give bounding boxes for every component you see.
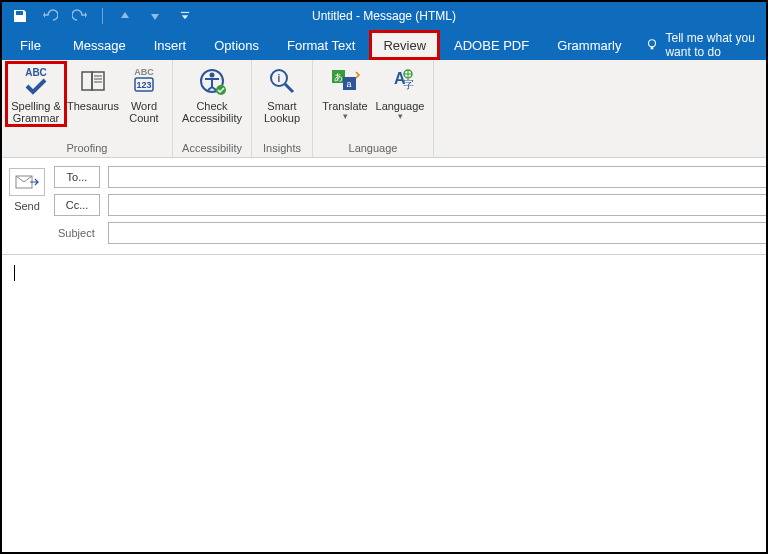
svg-point-1 [649,40,656,47]
svg-rect-2 [651,47,654,50]
svg-text:字: 字 [403,78,414,90]
subject-label: Subject [54,227,100,239]
previous-item-icon[interactable] [117,8,133,24]
spelling-grammar-label: Spelling & Grammar [11,100,61,124]
next-item-icon[interactable] [147,8,163,24]
redo-icon[interactable] [72,8,88,24]
quick-access-toolbar [2,8,193,24]
check-accessibility-button[interactable]: Check Accessibility [179,64,245,124]
translate-icon: あ a [328,64,362,98]
svg-rect-4 [82,72,92,90]
spelling-grammar-button[interactable]: ABC Spelling & Grammar [8,64,64,124]
subject-row: Subject [54,222,766,244]
svg-text:i: i [278,73,281,84]
language-icon: A 字 [383,64,417,98]
text-cursor [14,265,15,281]
tab-insert[interactable]: Insert [140,30,201,60]
cc-button[interactable]: Cc... [54,194,100,216]
word-count-icon: ABC 123 [127,64,161,98]
cc-row: Cc... [54,194,766,216]
spelling-grammar-icon: ABC [19,64,53,98]
tab-grammarly[interactable]: Grammarly [543,30,635,60]
group-proofing: ABC Spelling & Grammar [2,60,173,157]
message-header: Send To... Cc... Subject [2,158,766,248]
subject-input[interactable] [108,222,766,244]
chevron-down-icon: ▾ [343,111,348,121]
tab-review[interactable]: Review [369,30,440,60]
smart-lookup-icon: i [265,64,299,98]
cc-input[interactable] [108,194,766,216]
svg-text:a: a [346,79,351,89]
translate-button[interactable]: あ a Translate ▾ [319,64,371,121]
lightbulb-icon [645,38,659,52]
tab-format-text[interactable]: Format Text [273,30,369,60]
svg-text:あ: あ [334,72,343,82]
svg-text:ABC: ABC [25,67,47,78]
title-bar: Untitled - Message (HTML) [2,2,766,30]
ribbon-tabs: File Message Insert Options Format Text … [2,30,766,60]
tab-options[interactable]: Options [200,30,273,60]
group-proofing-label: Proofing [8,141,166,155]
group-language: あ a Translate ▾ A 字 [313,60,434,157]
svg-text:123: 123 [136,80,151,90]
group-language-label: Language [319,141,427,155]
thesaurus-label: Thesaurus [67,100,119,112]
group-accessibility: Check Accessibility Accessibility [173,60,252,157]
tab-adobe-pdf[interactable]: ADOBE PDF [440,30,543,60]
save-icon[interactable] [12,8,28,24]
svg-rect-0 [181,12,189,13]
ribbon: ABC Spelling & Grammar [2,60,766,158]
smart-lookup-button[interactable]: i Smart Lookup [258,64,306,124]
tell-me-label: Tell me what you want to do [665,31,756,59]
tab-message[interactable]: Message [59,30,140,60]
tab-file[interactable]: File [6,30,59,60]
group-accessibility-label: Accessibility [179,141,245,155]
thesaurus-button[interactable]: Thesaurus [66,64,120,112]
chevron-down-icon: ▾ [398,111,403,121]
word-count-label: Word Count [129,100,158,124]
svg-point-13 [210,73,215,78]
qat-separator [102,8,103,24]
compose-area: Send To... Cc... Subject [2,158,766,552]
group-insights: i Smart Lookup Insights [252,60,313,157]
language-button[interactable]: A 字 Language ▾ [373,64,427,121]
to-row: To... [54,166,766,188]
thesaurus-icon [76,64,110,98]
group-insights-label: Insights [258,141,306,155]
svg-line-16 [285,84,293,92]
undo-icon[interactable] [42,8,58,24]
word-count-button[interactable]: ABC 123 Word Count [122,64,166,124]
customize-qat-icon[interactable] [177,8,193,24]
smart-lookup-label: Smart Lookup [264,100,300,124]
send-label: Send [14,200,40,212]
svg-text:ABC: ABC [134,67,154,77]
send-icon [9,168,45,196]
check-accessibility-icon [195,64,229,98]
window-title: Untitled - Message (HTML) [312,2,456,30]
outlook-message-window: Untitled - Message (HTML) File Message I… [0,0,768,554]
svg-rect-5 [92,72,104,90]
send-button[interactable]: Send [8,166,46,244]
tell-me-search[interactable]: Tell me what you want to do [635,30,766,60]
to-button[interactable]: To... [54,166,100,188]
message-body[interactable] [2,255,766,552]
to-input[interactable] [108,166,766,188]
check-accessibility-label: Check Accessibility [182,100,242,124]
